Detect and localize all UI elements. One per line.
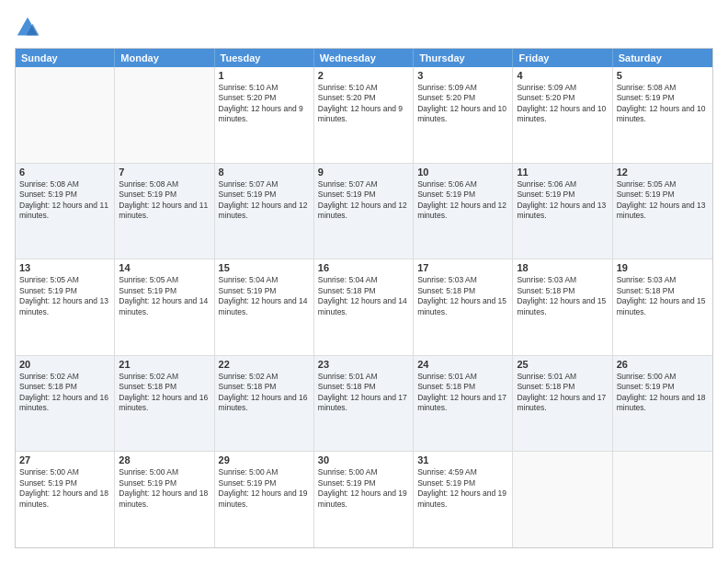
day-info: Sunrise: 5:02 AMSunset: 5:18 PMDaylight:…: [19, 372, 110, 414]
day-number: 27: [19, 454, 110, 465]
day-cell: [513, 452, 612, 547]
day-cell: 18Sunrise: 5:03 AMSunset: 5:18 PMDayligh…: [513, 259, 612, 355]
day-info: Sunrise: 5:00 AMSunset: 5:19 PMDaylight:…: [119, 467, 210, 510]
day-number: 17: [417, 262, 508, 273]
day-info: Sunrise: 5:07 AMSunset: 5:19 PMDaylight:…: [219, 179, 310, 222]
day-cell: [16, 67, 115, 163]
day-cell: 12Sunrise: 5:05 AMSunset: 5:19 PMDayligh…: [613, 164, 712, 259]
day-number: 24: [417, 359, 508, 370]
day-number: 12: [617, 167, 709, 178]
page: SundayMondayTuesdayWednesdayThursdayFrid…: [0, 0, 728, 563]
day-header-monday: Monday: [115, 49, 214, 67]
day-cell: 28Sunrise: 5:00 AMSunset: 5:19 PMDayligh…: [115, 452, 214, 547]
week-row-0: 1Sunrise: 5:10 AMSunset: 5:20 PMDaylight…: [16, 67, 712, 164]
day-header-tuesday: Tuesday: [215, 49, 314, 67]
day-info: Sunrise: 5:01 AMSunset: 5:18 PMDaylight:…: [318, 372, 409, 414]
day-number: 20: [19, 359, 110, 370]
day-cell: 7Sunrise: 5:08 AMSunset: 5:19 PMDaylight…: [115, 164, 214, 259]
day-cell: 4Sunrise: 5:09 AMSunset: 5:20 PMDaylight…: [513, 67, 612, 163]
day-info: Sunrise: 5:08 AMSunset: 5:19 PMDaylight:…: [19, 179, 110, 222]
week-row-1: 6Sunrise: 5:08 AMSunset: 5:19 PMDaylight…: [16, 164, 712, 260]
day-number: 31: [417, 454, 508, 465]
day-header-saturday: Saturday: [613, 49, 712, 67]
day-info: Sunrise: 5:08 AMSunset: 5:19 PMDaylight:…: [617, 83, 709, 125]
day-cell: 31Sunrise: 4:59 AMSunset: 5:19 PMDayligh…: [414, 452, 513, 547]
day-info: Sunrise: 5:05 AMSunset: 5:19 PMDaylight:…: [617, 179, 709, 222]
day-header-friday: Friday: [513, 49, 612, 67]
day-header-sunday: Sunday: [16, 49, 115, 67]
day-cell: 13Sunrise: 5:05 AMSunset: 5:19 PMDayligh…: [16, 259, 115, 355]
day-cell: 16Sunrise: 5:04 AMSunset: 5:18 PMDayligh…: [314, 259, 414, 355]
day-info: Sunrise: 5:03 AMSunset: 5:18 PMDaylight:…: [517, 275, 608, 317]
day-cell: [613, 452, 712, 547]
day-number: 1: [219, 70, 310, 81]
day-header-thursday: Thursday: [414, 49, 513, 67]
day-info: Sunrise: 5:09 AMSunset: 5:20 PMDaylight:…: [417, 83, 508, 125]
day-info: Sunrise: 5:06 AMSunset: 5:19 PMDaylight:…: [517, 179, 608, 222]
day-number: 21: [119, 359, 210, 370]
day-number: 8: [219, 167, 310, 178]
day-number: 5: [617, 70, 709, 81]
day-info: Sunrise: 5:06 AMSunset: 5:19 PMDaylight:…: [417, 179, 508, 222]
week-row-2: 13Sunrise: 5:05 AMSunset: 5:19 PMDayligh…: [16, 259, 712, 356]
day-info: Sunrise: 5:01 AMSunset: 5:18 PMDaylight:…: [417, 372, 508, 414]
day-cell: 14Sunrise: 5:05 AMSunset: 5:19 PMDayligh…: [115, 259, 214, 355]
day-number: 14: [119, 262, 210, 273]
day-info: Sunrise: 5:08 AMSunset: 5:19 PMDaylight:…: [119, 179, 210, 222]
day-cell: 25Sunrise: 5:01 AMSunset: 5:18 PMDayligh…: [513, 356, 612, 452]
day-info: Sunrise: 5:02 AMSunset: 5:18 PMDaylight:…: [119, 372, 210, 414]
day-number: 30: [318, 454, 409, 465]
day-number: 9: [318, 167, 409, 178]
day-number: 7: [119, 167, 210, 178]
day-info: Sunrise: 5:05 AMSunset: 5:19 PMDaylight:…: [19, 275, 110, 317]
day-cell: 2Sunrise: 5:10 AMSunset: 5:20 PMDaylight…: [314, 67, 414, 163]
calendar: SundayMondayTuesdayWednesdayThursdayFrid…: [15, 48, 713, 548]
day-number: 15: [219, 262, 310, 273]
day-number: 2: [318, 70, 409, 81]
day-cell: 5Sunrise: 5:08 AMSunset: 5:19 PMDaylight…: [613, 67, 712, 163]
day-cell: 19Sunrise: 5:03 AMSunset: 5:18 PMDayligh…: [613, 259, 712, 355]
day-number: 16: [318, 262, 409, 273]
day-info: Sunrise: 5:00 AMSunset: 5:19 PMDaylight:…: [318, 467, 409, 510]
day-info: Sunrise: 5:10 AMSunset: 5:20 PMDaylight:…: [318, 83, 409, 125]
day-cell: 22Sunrise: 5:02 AMSunset: 5:18 PMDayligh…: [215, 356, 314, 452]
day-cell: 24Sunrise: 5:01 AMSunset: 5:18 PMDayligh…: [414, 356, 513, 452]
day-info: Sunrise: 5:04 AMSunset: 5:18 PMDaylight:…: [318, 275, 409, 317]
day-info: Sunrise: 4:59 AMSunset: 5:19 PMDaylight:…: [417, 467, 508, 510]
day-cell: 21Sunrise: 5:02 AMSunset: 5:18 PMDayligh…: [115, 356, 214, 452]
day-info: Sunrise: 5:09 AMSunset: 5:20 PMDaylight:…: [517, 83, 608, 125]
day-cell: 8Sunrise: 5:07 AMSunset: 5:19 PMDaylight…: [215, 164, 314, 259]
day-cell: 29Sunrise: 5:00 AMSunset: 5:19 PMDayligh…: [215, 452, 314, 547]
calendar-body: 1Sunrise: 5:10 AMSunset: 5:20 PMDaylight…: [16, 67, 712, 547]
day-headers: SundayMondayTuesdayWednesdayThursdayFrid…: [16, 49, 712, 67]
day-number: 22: [219, 359, 310, 370]
week-row-3: 20Sunrise: 5:02 AMSunset: 5:18 PMDayligh…: [16, 356, 712, 453]
day-number: 10: [417, 167, 508, 178]
day-number: 4: [517, 70, 608, 81]
day-info: Sunrise: 5:01 AMSunset: 5:18 PMDaylight:…: [517, 372, 608, 414]
day-cell: 11Sunrise: 5:06 AMSunset: 5:19 PMDayligh…: [513, 164, 612, 259]
day-number: 18: [517, 262, 608, 273]
day-cell: 30Sunrise: 5:00 AMSunset: 5:19 PMDayligh…: [314, 452, 414, 547]
day-info: Sunrise: 5:00 AMSunset: 5:19 PMDaylight:…: [19, 467, 110, 510]
day-info: Sunrise: 5:04 AMSunset: 5:19 PMDaylight:…: [219, 275, 310, 317]
day-number: 19: [617, 262, 709, 273]
week-row-4: 27Sunrise: 5:00 AMSunset: 5:19 PMDayligh…: [16, 452, 712, 547]
day-cell: 3Sunrise: 5:09 AMSunset: 5:20 PMDaylight…: [414, 67, 513, 163]
day-cell: 20Sunrise: 5:02 AMSunset: 5:18 PMDayligh…: [16, 356, 115, 452]
logo-icon: [15, 15, 40, 40]
day-cell: 27Sunrise: 5:00 AMSunset: 5:19 PMDayligh…: [16, 452, 115, 547]
day-info: Sunrise: 5:03 AMSunset: 5:18 PMDaylight:…: [617, 275, 709, 317]
day-number: 29: [219, 454, 310, 465]
day-info: Sunrise: 5:00 AMSunset: 5:19 PMDaylight:…: [617, 372, 709, 414]
day-cell: 17Sunrise: 5:03 AMSunset: 5:18 PMDayligh…: [414, 259, 513, 355]
day-info: Sunrise: 5:07 AMSunset: 5:19 PMDaylight:…: [318, 179, 409, 222]
day-number: 28: [119, 454, 210, 465]
day-info: Sunrise: 5:05 AMSunset: 5:19 PMDaylight:…: [119, 275, 210, 317]
day-header-wednesday: Wednesday: [314, 49, 414, 67]
day-number: 13: [19, 262, 110, 273]
day-cell: 9Sunrise: 5:07 AMSunset: 5:19 PMDaylight…: [314, 164, 414, 259]
day-cell: 6Sunrise: 5:08 AMSunset: 5:19 PMDaylight…: [16, 164, 115, 259]
day-info: Sunrise: 5:03 AMSunset: 5:18 PMDaylight:…: [417, 275, 508, 317]
header: [15, 15, 713, 40]
